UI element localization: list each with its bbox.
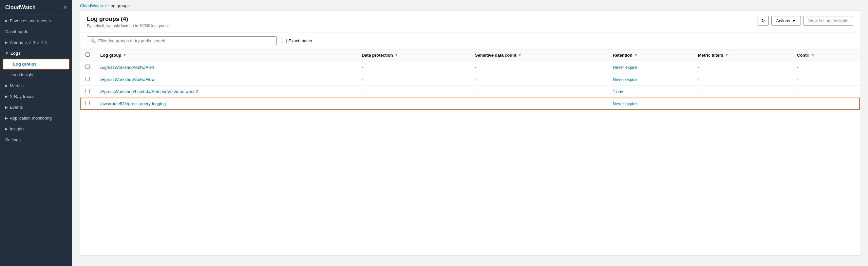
content-actions: ↻ Actions ▼ View in Logs Insights [757,16,853,26]
breadcrumb-separator: › [105,3,106,8]
data-protection-cell: - [356,86,470,98]
th-sensitive-data: Sensitive data count ▼ [470,50,608,61]
exact-match-text: Exact match [288,38,312,43]
sidebar-item-label: Insights [10,126,25,131]
sidebar: CloudWatch × ▶ Favorites and recents Das… [0,0,72,266]
breadcrumb-cloudwatch-link[interactable]: CloudWatch [80,3,103,8]
sidebar-item-favorites[interactable]: ▶ Favorites and recents [0,16,72,26]
retention-cell: Never expire [608,61,693,73]
sort-icon[interactable]: ▼ [518,53,522,57]
sidebar-item-label: X-Ray traces [10,94,34,99]
log-group-link[interactable]: /EgressWorkshop/Lambda/RetrieveVpcId-us-… [100,89,198,94]
retention-value[interactable]: Never expire [613,65,637,70]
row-checkbox[interactable] [86,77,90,81]
sidebar-item-metrics[interactable]: ▶ Metrics [0,80,72,91]
row-checkbox-cell [80,73,95,86]
sidebar-item-logs-insights[interactable]: Logs Insights [0,69,72,80]
log-group-link[interactable]: /EgressWorkshop/Anfw/Flow [100,77,155,82]
sidebar-item-events[interactable]: ▶ Events [0,102,72,113]
th-data-protection: Data protection ▼ [356,50,470,61]
table-row: /EgressWorkshop/Anfw/Alert--Never expire… [80,61,860,73]
th-contri-label: Contri [797,53,809,58]
chevron-right-icon: ▶ [5,106,8,109]
log-group-cell: /EgressWorkshop/Anfw/Flow [95,73,356,86]
contri-cell: - [792,73,860,86]
sort-icon[interactable]: ▼ [395,53,398,57]
search-input-wrapper: 🔍 [87,36,277,45]
sidebar-item-logs[interactable]: ▼ Logs [0,48,72,59]
retention-value[interactable]: Never expire [613,101,637,106]
sidebar-item-label: Logs Insights [10,72,36,77]
sidebar-item-log-groups[interactable]: Log groups [3,59,69,69]
retention-cell: Never expire [608,73,693,86]
sort-icon[interactable]: ▼ [811,53,815,57]
sidebar-item-settings[interactable]: Settings [0,134,72,145]
row-checkbox[interactable] [86,64,90,69]
main-content: CloudWatch › Log groups Log groups (4) B… [72,0,868,266]
sidebar-item-dashboards[interactable]: Dashboards [0,26,72,37]
page-subtitle: By default, we only load up to 10000 log… [87,24,170,28]
sidebar-item-label: Settings [5,137,21,142]
sidebar-item-alarms[interactable]: ▶ Alarms △ 0 ⊘ 0 ☺ 0 [0,37,72,48]
row-checkbox[interactable] [86,101,90,105]
th-sensitive-data-label: Sensitive data count [475,53,516,58]
log-groups-table: Log group ▼ Data protection ▼ [80,49,860,110]
refresh-button[interactable]: ↻ [757,16,769,26]
sort-icon[interactable]: ▼ [725,53,728,57]
row-checkbox[interactable] [86,89,90,93]
sidebar-item-label: Events [10,105,23,110]
actions-label: Actions [776,18,790,23]
sensitive-data-cell: - [470,86,608,98]
view-logs-insights-button[interactable]: View in Logs Insights [804,16,853,26]
chevron-right-icon: ▶ [5,40,8,44]
table-row: /EgressWorkshop/Lambda/RetrieveVpcId-us-… [80,86,860,98]
sort-icon[interactable]: ▼ [123,53,126,57]
sidebar-item-label: Log groups [13,62,37,66]
sensitive-data-cell: - [470,61,608,73]
select-all-checkbox[interactable] [86,52,90,57]
exact-match-checkbox[interactable] [282,39,287,43]
chevron-right-icon: ▶ [5,116,8,120]
actions-button[interactable]: Actions ▼ [771,16,801,26]
th-retention: Retention ▼ [608,50,693,61]
data-protection-cell: - [356,98,470,110]
contri-cell: - [792,61,860,73]
th-log-group: Log group ▼ [95,50,356,61]
content-header: Log groups (4) By default, we only load … [80,10,860,32]
log-group-link[interactable]: /aws/route53/egress-query-logging [100,101,166,106]
th-data-protection-label: Data protection [362,53,393,58]
chevron-down-icon: ▼ [792,18,796,23]
breadcrumb: CloudWatch › Log groups [72,0,868,10]
sidebar-item-label: Favorites and recents [10,18,51,23]
search-icon: 🔍 [90,38,96,43]
sensitive-data-cell: - [470,98,608,110]
sidebar-item-label: Alarms [10,40,23,45]
sort-icon[interactable]: ▼ [634,53,638,57]
sidebar-header: CloudWatch × [0,0,72,16]
alarms-status: △ 0 ⊘ 0 ☺ 0 [25,40,47,45]
metric-filters-cell: - [693,73,792,86]
content-title-section: Log groups (4) By default, we only load … [87,16,170,28]
page-title: Log groups (4) [87,16,170,23]
sidebar-item-xray[interactable]: ▶ X-Ray traces [0,91,72,102]
log-group-link[interactable]: /EgressWorkshop/Anfw/Alert [100,65,154,70]
scroll-hint [80,255,860,258]
sidebar-item-label: Application monitoring [10,116,52,121]
search-input[interactable] [98,38,273,43]
close-icon[interactable]: × [64,5,67,10]
retention-cell: 1 day [608,86,693,98]
table-row: /EgressWorkshop/Anfw/Flow--Never expire-… [80,73,860,86]
chevron-right-icon: ▶ [5,84,8,87]
log-table: Log group ▼ Data protection ▼ [80,49,860,255]
chevron-right-icon: ▶ [5,95,8,98]
contri-cell: - [792,98,860,110]
search-bar: 🔍 Exact match [80,32,860,49]
sidebar-item-label: Dashboards [5,29,28,34]
retention-value[interactable]: 1 day [613,89,623,94]
sidebar-item-insights[interactable]: ▶ Insights [0,123,72,134]
chevron-right-icon: ▶ [5,127,8,131]
exact-match-label[interactable]: Exact match [282,38,312,43]
th-contri: Contri ▼ [792,50,860,61]
retention-value[interactable]: Never expire [613,77,637,82]
sidebar-item-app-monitoring[interactable]: ▶ Application monitoring [0,113,72,123]
